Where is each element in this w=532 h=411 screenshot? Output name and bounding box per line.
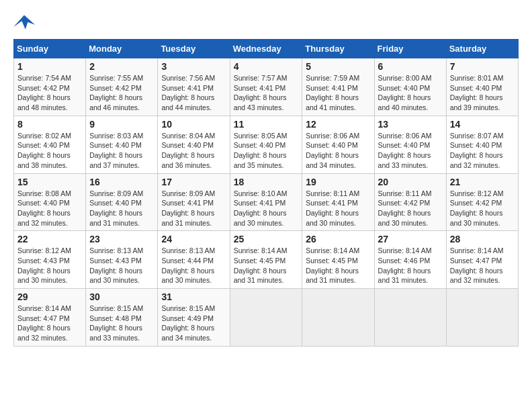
day-info: Sunrise: 8:14 AMSunset: 4:46 PMDaylight:… [378,246,443,285]
day-number: 25 [234,234,299,244]
day-number: 30 [89,291,154,302]
calendar-table: SundayMondayTuesdayWednesdayThursdayFrid… [13,39,519,347]
day-number: 13 [378,119,443,130]
calendar-cell: 26 Sunrise: 8:14 AMSunset: 4:45 PMDaylig… [302,231,374,289]
day-info: Sunrise: 8:01 AMSunset: 4:40 PMDaylight:… [450,73,515,113]
day-info: Sunrise: 8:06 AMSunset: 4:40 PMDaylight:… [306,131,370,171]
calendar-cell: 2 Sunrise: 7:55 AMSunset: 4:42 PMDayligh… [86,58,158,116]
day-info: Sunrise: 8:14 AMSunset: 4:45 PMDaylight:… [234,246,299,285]
day-info: Sunrise: 7:54 AMSunset: 4:42 PMDaylight:… [17,73,82,113]
day-info: Sunrise: 8:06 AMSunset: 4:40 PMDaylight:… [378,131,443,171]
day-number: 26 [306,234,370,244]
day-info: Sunrise: 7:55 AMSunset: 4:42 PMDaylight:… [89,73,154,113]
day-number: 17 [161,177,226,187]
day-number: 7 [450,61,515,72]
dow-header-saturday: Saturday [446,40,518,58]
calendar-cell: 12 Sunrise: 8:06 AMSunset: 4:40 PMDaylig… [302,116,374,173]
day-info: Sunrise: 7:57 AMSunset: 4:41 PMDaylight:… [234,73,299,113]
calendar-cell: 3 Sunrise: 7:56 AMSunset: 4:41 PMDayligh… [158,58,230,116]
day-number: 2 [89,61,154,72]
calendar-cell: 21 Sunrise: 8:12 AMSunset: 4:42 PMDaylig… [446,173,518,231]
dow-header-thursday: Thursday [302,40,374,58]
day-info: Sunrise: 8:12 AMSunset: 4:43 PMDaylight:… [17,246,82,285]
calendar-cell: 23 Sunrise: 8:13 AMSunset: 4:43 PMDaylig… [86,231,158,289]
calendar-week-4: 22 Sunrise: 8:12 AMSunset: 4:43 PMDaylig… [14,231,519,289]
day-number: 16 [89,177,154,187]
logo-icon [13,13,35,32]
calendar-cell: 25 Sunrise: 8:14 AMSunset: 4:45 PMDaylig… [230,231,302,289]
calendar-cell: 6 Sunrise: 8:00 AMSunset: 4:40 PMDayligh… [374,58,446,116]
calendar-cell: 28 Sunrise: 8:14 AMSunset: 4:47 PMDaylig… [446,231,518,289]
calendar-cell: 16 Sunrise: 8:09 AMSunset: 4:40 PMDaylig… [86,173,158,231]
calendar-cell: 9 Sunrise: 8:03 AMSunset: 4:40 PMDayligh… [86,116,158,173]
calendar-cell: 11 Sunrise: 8:05 AMSunset: 4:40 PMDaylig… [230,116,302,173]
day-info: Sunrise: 8:03 AMSunset: 4:40 PMDaylight:… [89,131,154,171]
day-number: 23 [89,234,154,244]
page-header [13,13,519,32]
day-info: Sunrise: 7:56 AMSunset: 4:41 PMDaylight:… [161,73,226,113]
day-info: Sunrise: 8:08 AMSunset: 4:40 PMDaylight:… [17,189,82,228]
day-info: Sunrise: 7:59 AMSunset: 4:41 PMDaylight:… [306,73,370,113]
day-info: Sunrise: 8:05 AMSunset: 4:40 PMDaylight:… [234,131,299,171]
calendar-cell: 31 Sunrise: 8:15 AMSunset: 4:49 PMDaylig… [158,289,230,347]
day-number: 14 [450,119,515,130]
day-number: 28 [450,234,515,244]
calendar-cell: 7 Sunrise: 8:01 AMSunset: 4:40 PMDayligh… [446,58,518,116]
logo [13,13,38,32]
calendar-cell: 4 Sunrise: 7:57 AMSunset: 4:41 PMDayligh… [230,58,302,116]
day-info: Sunrise: 8:12 AMSunset: 4:42 PMDaylight:… [450,189,515,228]
day-info: Sunrise: 8:14 AMSunset: 4:47 PMDaylight:… [450,246,515,285]
day-info: Sunrise: 8:09 AMSunset: 4:41 PMDaylight:… [161,189,226,228]
dow-header-wednesday: Wednesday [230,40,302,58]
day-number: 27 [378,234,443,244]
calendar-cell: 17 Sunrise: 8:09 AMSunset: 4:41 PMDaylig… [158,173,230,231]
calendar-cell: 1 Sunrise: 7:54 AMSunset: 4:42 PMDayligh… [14,58,86,116]
day-number: 24 [161,234,226,244]
day-info: Sunrise: 8:04 AMSunset: 4:40 PMDaylight:… [161,131,226,171]
calendar-week-5: 29 Sunrise: 8:14 AMSunset: 4:47 PMDaylig… [14,289,519,347]
day-info: Sunrise: 8:13 AMSunset: 4:43 PMDaylight:… [89,246,154,285]
day-number: 18 [234,177,299,187]
day-number: 22 [17,234,82,244]
calendar-cell: 15 Sunrise: 8:08 AMSunset: 4:40 PMDaylig… [14,173,86,231]
day-number: 20 [378,177,443,187]
day-info: Sunrise: 8:11 AMSunset: 4:42 PMDaylight:… [378,189,443,228]
calendar-cell: 5 Sunrise: 7:59 AMSunset: 4:41 PMDayligh… [302,58,374,116]
calendar-week-1: 1 Sunrise: 7:54 AMSunset: 4:42 PMDayligh… [14,58,519,116]
dow-header-sunday: Sunday [14,40,86,58]
calendar-cell: 22 Sunrise: 8:12 AMSunset: 4:43 PMDaylig… [14,231,86,289]
day-info: Sunrise: 8:00 AMSunset: 4:40 PMDaylight:… [378,73,443,113]
day-number: 29 [17,291,82,302]
day-number: 12 [306,119,370,130]
calendar-cell: 13 Sunrise: 8:06 AMSunset: 4:40 PMDaylig… [374,116,446,173]
day-number: 6 [378,61,443,72]
calendar-cell [446,289,518,347]
day-number: 10 [161,119,226,130]
day-info: Sunrise: 8:11 AMSunset: 4:41 PMDaylight:… [306,189,370,228]
day-number: 5 [306,61,370,72]
calendar-cell: 14 Sunrise: 8:07 AMSunset: 4:40 PMDaylig… [446,116,518,173]
day-info: Sunrise: 8:07 AMSunset: 4:40 PMDaylight:… [450,131,515,171]
calendar-cell: 30 Sunrise: 8:15 AMSunset: 4:48 PMDaylig… [86,289,158,347]
day-number: 9 [89,119,154,130]
calendar-cell [230,289,302,347]
day-info: Sunrise: 8:13 AMSunset: 4:44 PMDaylight:… [161,246,226,285]
day-number: 31 [161,291,226,302]
dow-header-tuesday: Tuesday [158,40,230,58]
day-info: Sunrise: 8:14 AMSunset: 4:47 PMDaylight:… [17,304,82,343]
calendar-week-2: 8 Sunrise: 8:02 AMSunset: 4:40 PMDayligh… [14,116,519,173]
day-info: Sunrise: 8:15 AMSunset: 4:49 PMDaylight:… [161,304,226,343]
calendar-cell: 29 Sunrise: 8:14 AMSunset: 4:47 PMDaylig… [14,289,86,347]
day-number: 19 [306,177,370,187]
calendar-cell: 19 Sunrise: 8:11 AMSunset: 4:41 PMDaylig… [302,173,374,231]
day-of-week-header: SundayMondayTuesdayWednesdayThursdayFrid… [14,40,519,58]
calendar-cell: 10 Sunrise: 8:04 AMSunset: 4:40 PMDaylig… [158,116,230,173]
day-info: Sunrise: 8:02 AMSunset: 4:40 PMDaylight:… [17,131,82,171]
dow-header-monday: Monday [86,40,158,58]
svg-marker-0 [13,15,35,29]
day-number: 1 [17,61,82,72]
day-number: 4 [234,61,299,72]
day-number: 8 [17,119,82,130]
dow-header-friday: Friday [374,40,446,58]
day-info: Sunrise: 8:15 AMSunset: 4:48 PMDaylight:… [89,304,154,343]
